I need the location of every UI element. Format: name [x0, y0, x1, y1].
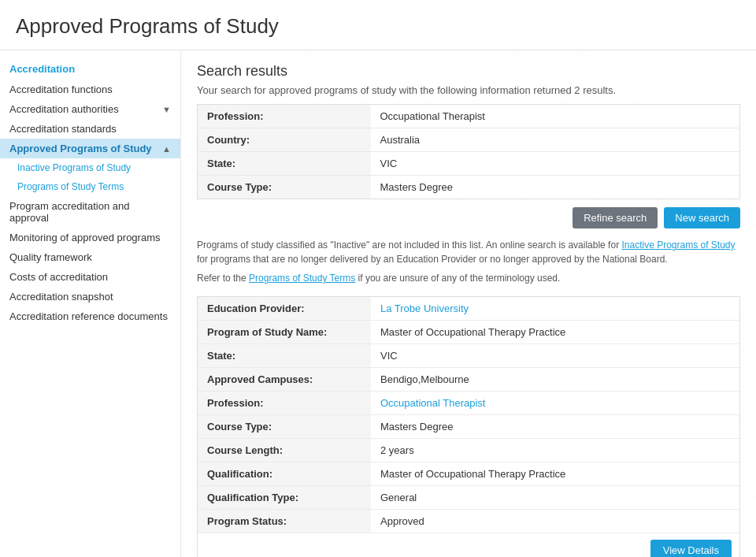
result-value[interactable]: Occupational Therapist [371, 392, 739, 415]
sidebar-item-inactive-programs-of-study[interactable]: Inactive Programs of Study [0, 158, 180, 177]
view-details-row: View Details [198, 533, 739, 557]
inactive-programs-link[interactable]: Inactive Programs of Study [621, 240, 735, 251]
info-text-1: Programs of study classified as "Inactiv… [197, 238, 740, 266]
sidebar: Accreditation Accreditation functionsAcc… [0, 50, 181, 557]
result-label: Approved Campuses: [198, 368, 371, 392]
sidebar-item-monitoring-approved[interactable]: Monitoring of approved programs [0, 228, 180, 247]
result-row: Education Provider:La Trobe University [198, 297, 739, 321]
result-value[interactable]: La Trobe University [371, 297, 739, 321]
result-label: Program of Study Name: [198, 321, 371, 344]
search-results-title: Search results [197, 63, 740, 80]
view-details-button[interactable]: View Details [650, 540, 732, 557]
chevron-down-icon: ▼ [162, 105, 171, 114]
result-value: VIC [371, 344, 739, 368]
result-label: Profession: [198, 392, 371, 415]
search-param-value: Masters Degree [371, 176, 740, 199]
sidebar-item-costs-accreditation[interactable]: Costs of accreditation [0, 267, 180, 287]
result-table: Education Provider:La Trobe UniversityPr… [198, 297, 739, 533]
info-text-1a: Programs of study classified as "Inactiv… [197, 240, 621, 251]
info-text-1b: for programs that are no longer delivere… [197, 254, 668, 265]
result-row: Course Type:Masters Degree [198, 415, 739, 439]
sidebar-item-label: Quality framework [9, 251, 92, 263]
result-label: Qualification: [198, 462, 371, 486]
sidebar-item-label: Accreditation functions [9, 84, 113, 95]
result-value: 2 years [371, 439, 739, 462]
sidebar-section-title[interactable]: Accreditation [0, 58, 180, 80]
result-label: Qualification Type: [198, 486, 371, 510]
result-label: Education Provider: [198, 297, 371, 321]
result-row: Qualification Type:General [198, 486, 739, 510]
result-row: Program Status:Approved [198, 510, 739, 533]
sidebar-item-label: Programs of Study Terms [17, 181, 124, 192]
result-card: Education Provider:La Trobe UniversityPr… [197, 296, 740, 557]
sidebar-item-accreditation-authorities[interactable]: Accreditation authorities▼ [0, 99, 180, 119]
sidebar-item-label: Accreditation snapshot [9, 291, 113, 303]
search-param-label: Course Type: [198, 176, 371, 199]
result-value: Masters Degree [371, 415, 739, 439]
sidebar-item-accreditation-standards[interactable]: Accreditation standards [0, 119, 180, 139]
search-subtitle: Your search for approved programs of stu… [197, 84, 740, 96]
result-value: General [371, 486, 739, 510]
search-param-value: VIC [371, 152, 740, 176]
sidebar-item-program-accreditation[interactable]: Program accreditation and approval [0, 196, 180, 228]
sidebar-item-label: Program accreditation and approval [9, 200, 171, 224]
sidebar-item-label: Inactive Programs of Study [17, 162, 131, 173]
search-param-label: Country: [198, 128, 371, 152]
main-content: Search results Your search for approved … [181, 50, 756, 557]
programs-terms-link[interactable]: Programs of Study Terms [249, 273, 355, 284]
sidebar-item-programs-of-study-terms[interactable]: Programs of Study Terms [0, 177, 180, 196]
sidebar-item-accreditation-snapshot[interactable]: Accreditation snapshot [0, 287, 180, 306]
result-row: Approved Campuses:Bendigo,Melbourne [198, 368, 739, 392]
result-value-link[interactable]: La Trobe University [380, 303, 469, 314]
result-row: Course Length:2 years [198, 439, 739, 462]
search-param-row: Course Type:Masters Degree [198, 176, 740, 199]
result-row: Profession:Occupational Therapist [198, 392, 739, 415]
sidebar-item-label: Accreditation standards [9, 123, 117, 135]
result-row: Qualification:Master of Occupational The… [198, 462, 739, 486]
sidebar-item-label: Accreditation authorities [9, 103, 119, 115]
result-label: Course Length: [198, 439, 371, 462]
new-search-button[interactable]: New search [664, 207, 740, 228]
sidebar-item-label: Accreditation reference documents [9, 310, 168, 322]
chevron-down-icon: ▲ [162, 144, 171, 154]
result-label: Program Status: [198, 510, 371, 533]
result-label: Course Type: [198, 415, 371, 439]
search-param-label: State: [198, 152, 371, 176]
page-title: Approved Programs of Study [0, 0, 756, 50]
search-param-row: State:VIC [198, 152, 740, 176]
result-value: Approved [371, 510, 739, 533]
result-label: State: [198, 344, 371, 368]
sidebar-item-label: Costs of accreditation [9, 271, 108, 283]
info-text-2a: Refer to the [197, 273, 249, 284]
sidebar-item-accreditation-reference[interactable]: Accreditation reference documents [0, 306, 180, 326]
result-row: Program of Study Name:Master of Occupati… [198, 321, 739, 344]
sidebar-item-label: Monitoring of approved programs [9, 232, 161, 243]
info-text-2b: if you are unsure of any of the terminol… [355, 273, 560, 284]
search-param-row: Profession:Occupational Therapist [198, 105, 740, 128]
search-param-row: Country:Australia [198, 128, 740, 152]
sidebar-item-label: Approved Programs of Study [9, 143, 152, 154]
search-param-value: Australia [371, 128, 740, 152]
info-text-2: Refer to the Programs of Study Terms if … [197, 271, 740, 285]
result-value: Master of Occupational Therapy Practice [371, 462, 739, 486]
search-params-table: Profession:Occupational TherapistCountry… [197, 104, 740, 199]
search-action-buttons: Refine search New search [197, 207, 740, 228]
refine-search-button[interactable]: Refine search [573, 207, 658, 228]
search-param-label: Profession: [198, 105, 371, 128]
result-value: Master of Occupational Therapy Practice [371, 321, 739, 344]
sidebar-item-quality-framework[interactable]: Quality framework [0, 247, 180, 267]
sidebar-item-accreditation-functions[interactable]: Accreditation functions [0, 80, 180, 99]
search-param-value: Occupational Therapist [371, 105, 740, 128]
result-value-link[interactable]: Occupational Therapist [380, 397, 485, 409]
sidebar-item-approved-programs-of-study[interactable]: Approved Programs of Study▲ [0, 139, 180, 158]
result-value: Bendigo,Melbourne [371, 368, 739, 392]
result-row: State:VIC [198, 344, 739, 368]
